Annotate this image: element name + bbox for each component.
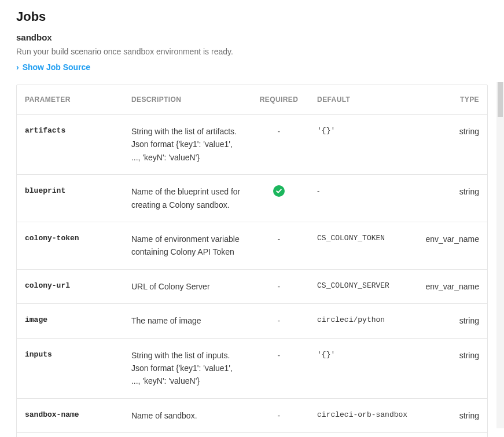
column-header-required: REQUIRED [249, 85, 309, 115]
cell-type: string [417, 398, 487, 432]
cell-parameter: colony-token [17, 222, 123, 269]
cell-required: - [249, 433, 309, 437]
table-row: sandbox-nameName of sandbox.-circleci-or… [17, 398, 487, 432]
cell-default: CS_COLONY_SERVER [309, 269, 417, 303]
cell-required: - [249, 222, 309, 269]
parameters-table-wrap: PARAMETER DESCRIPTION REQUIRED DEFAULT T… [16, 85, 488, 437]
cell-description: URL of Colony Server [123, 269, 249, 303]
cell-default: '{}' [309, 338, 417, 398]
cell-type: string [417, 338, 487, 398]
cell-parameter: inputs [17, 338, 123, 398]
column-header-default: DEFAULT [309, 85, 417, 115]
cell-parameter: space [17, 433, 123, 437]
cell-description: String with the list of artifacts. Json … [123, 115, 249, 175]
cell-required [249, 175, 309, 222]
show-job-source-toggle[interactable]: › Show Job Source [16, 63, 90, 72]
show-job-source-label: Show Job Source [23, 63, 90, 72]
column-header-parameter: PARAMETER [17, 85, 123, 115]
cell-required: - [249, 269, 309, 303]
page-title: Jobs [16, 9, 488, 24]
cell-parameter: image [17, 304, 123, 338]
cell-default: - [309, 175, 417, 222]
column-header-description: DESCRIPTION [123, 85, 249, 115]
cell-parameter: blueprint [17, 175, 123, 222]
cell-required: - [249, 338, 309, 398]
cell-description: Name of the blueprint used for creating … [123, 175, 249, 222]
parameters-table: PARAMETER DESCRIPTION REQUIRED DEFAULT T… [17, 85, 487, 437]
cell-type: env_var_name [417, 269, 487, 303]
cell-description: String with the list of inputs. Json for… [123, 338, 249, 398]
chevron-right-icon: › [16, 63, 19, 71]
table-row: blueprintName of the blueprint used for … [17, 175, 487, 222]
cell-required: - [249, 398, 309, 432]
cell-description: Name of environment variable containing … [123, 222, 249, 269]
table-row: imageThe name of image-circleci/pythonst… [17, 304, 487, 338]
cell-default: CS_COLONY_TOKEN [309, 222, 417, 269]
cell-type: string [417, 175, 487, 222]
cell-default: circleci/python [309, 304, 417, 338]
cell-type: string [417, 115, 487, 175]
cell-description: Name of sandbox. [123, 398, 249, 432]
cell-type: env_var_name [417, 433, 487, 437]
check-icon [273, 185, 285, 197]
cell-description: Name of Colony space [123, 433, 249, 437]
cell-type: string [417, 304, 487, 338]
scrollbar-thumb[interactable] [498, 82, 503, 117]
cell-default: circleci-orb-sandbox [309, 398, 417, 432]
section-title: sandbox [16, 32, 488, 42]
cell-default: '{}' [309, 115, 417, 175]
cell-description: The name of image [123, 304, 249, 338]
table-row: colony-urlURL of Colony Server-CS_COLONY… [17, 269, 487, 303]
cell-parameter: colony-url [17, 269, 123, 303]
table-row: inputsString with the list of inputs. Js… [17, 338, 487, 398]
cell-required: - [249, 115, 309, 175]
table-header-row: PARAMETER DESCRIPTION REQUIRED DEFAULT T… [17, 85, 487, 115]
table-row: colony-tokenName of environment variable… [17, 222, 487, 269]
cell-parameter: artifacts [17, 115, 123, 175]
table-row: spaceName of Colony space-CS_COLONY_SPAC… [17, 433, 487, 437]
scrollbar-track[interactable] [496, 82, 504, 428]
section-description: Run your build scenario once sandbox env… [16, 47, 488, 56]
cell-default: CS_COLONY_SPACE [309, 433, 417, 437]
cell-type: env_var_name [417, 222, 487, 269]
column-header-type: TYPE [417, 85, 487, 115]
table-row: artifactsString with the list of artifac… [17, 115, 487, 175]
cell-parameter: sandbox-name [17, 398, 123, 432]
cell-required: - [249, 304, 309, 338]
